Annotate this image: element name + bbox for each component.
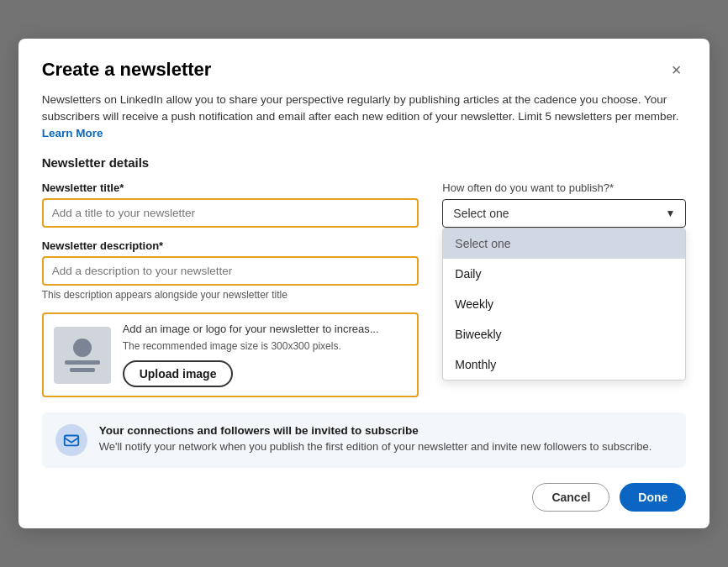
image-text: Add an image or logo for your newsletter…	[123, 323, 408, 387]
image-section: Add an image or logo for your newsletter…	[42, 312, 419, 397]
close-button[interactable]: ×	[667, 59, 687, 81]
modal-header: Create a newsletter ×	[42, 59, 687, 81]
section-title: Newsletter details	[42, 155, 687, 170]
dropdown-option-monthly[interactable]: Monthly	[443, 349, 685, 380]
newsletter-title-input[interactable]	[44, 200, 418, 226]
learn-more-link[interactable]: Learn More	[42, 127, 103, 139]
title-field-group: Newsletter title*	[42, 181, 419, 228]
cancel-button[interactable]: Cancel	[532, 483, 609, 512]
dropdown-option-weekly[interactable]: Weekly	[443, 289, 685, 319]
frequency-label: How often do you want to publish?*	[442, 181, 686, 194]
title-field-box	[42, 198, 419, 228]
dropdown-option-biweekly[interactable]: Biweekly	[443, 319, 685, 349]
dropdown-option-daily[interactable]: Daily	[443, 259, 685, 289]
form-right: How often do you want to publish?* Selec…	[442, 181, 686, 228]
placeholder-line-2	[70, 368, 95, 372]
form-left: Newsletter title* Newsletter description…	[42, 181, 419, 397]
done-button[interactable]: Done	[620, 483, 686, 512]
image-rec: The recommended image size is 300x300 pi…	[123, 340, 408, 352]
select-value: Select one	[453, 207, 509, 220]
frequency-select[interactable]: Select one ▼	[442, 199, 686, 228]
description-field-group: Newsletter description* This description…	[42, 239, 419, 301]
notification-text: Your connections and followers will be i…	[99, 424, 652, 454]
modal-overlay: Create a newsletter × Newsletters on Lin…	[0, 0, 728, 567]
description-label: Newsletter description*	[42, 239, 419, 252]
newsletter-description-input[interactable]	[44, 258, 418, 284]
intro-text: Newsletters on LinkedIn allow you to sha…	[42, 92, 687, 143]
modal-footer: Cancel Done	[42, 483, 687, 512]
svg-rect-0	[64, 436, 78, 446]
notification-icon	[55, 424, 87, 456]
create-newsletter-modal: Create a newsletter × Newsletters on Lin…	[18, 39, 710, 529]
upload-image-button[interactable]: Upload image	[123, 360, 234, 387]
placeholder-line-1	[65, 360, 100, 365]
description-field-box	[42, 256, 419, 286]
dropdown-option-select-one[interactable]: Select one	[443, 228, 685, 259]
notification-title: Your connections and followers will be i…	[99, 424, 652, 437]
chevron-down-icon: ▼	[665, 207, 675, 219]
image-desc: Add an image or logo for your newsletter…	[123, 323, 408, 335]
description-helper: This description appears alongside your …	[42, 289, 419, 301]
image-placeholder	[54, 327, 111, 384]
form-layout: Newsletter title* Newsletter description…	[42, 181, 687, 397]
placeholder-circle	[73, 339, 92, 357]
notification-desc: We'll notify your network when you publi…	[99, 439, 652, 454]
title-label: Newsletter title*	[42, 181, 419, 194]
modal-title: Create a newsletter	[42, 59, 212, 81]
notification-section: Your connections and followers will be i…	[42, 412, 687, 468]
frequency-dropdown-menu: Select one Daily Weekly Biweekly Monthly	[442, 228, 686, 381]
